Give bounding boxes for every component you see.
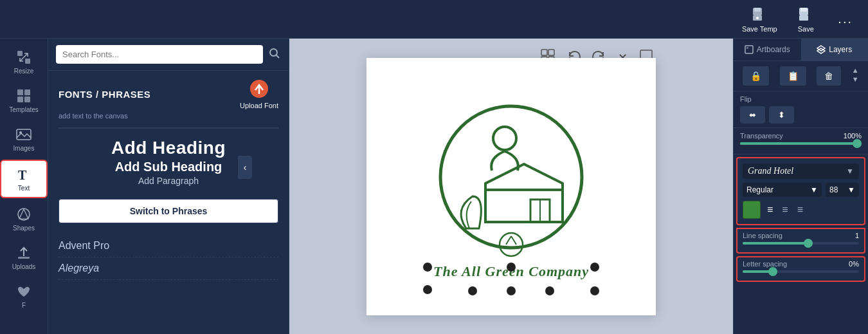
- font-list-item[interactable]: Alegreya: [59, 257, 278, 280]
- svg-rect-14: [17, 129, 31, 140]
- upload-font-button[interactable]: Upload Font: [240, 79, 278, 109]
- delete-button[interactable]: 🗑: [817, 66, 841, 86]
- sidebar-item-favorites[interactable]: F: [0, 278, 48, 314]
- canvas-area: ✕: [289, 39, 733, 334]
- transparency-section: Transparency 100%: [734, 128, 868, 154]
- add-paragraph-button[interactable]: Add Paragraph: [138, 176, 199, 186]
- svg-rect-5: [800, 8, 807, 12]
- sidebar-item-resize[interactable]: Resize: [0, 44, 48, 80]
- more-options-button[interactable]: ...: [833, 12, 858, 26]
- line-spacing-section: Line spacing 1: [736, 228, 865, 254]
- transparency-slider[interactable]: [740, 142, 862, 145]
- font-list: Advent Pro Alegreya: [48, 230, 289, 334]
- main-area: Resize Templates Images T: [0, 39, 868, 334]
- canvas-wrapper[interactable]: The All Green Company: [366, 58, 656, 315]
- upload-icon: [249, 79, 269, 99]
- font-search-row: [48, 39, 289, 71]
- flip-section: Flip ⬌ ⬍: [734, 91, 868, 128]
- save-icon: [797, 5, 815, 23]
- letter-spacing-section: Letter spacing 0%: [736, 256, 865, 282]
- svg-rect-7: [17, 51, 23, 56]
- font-style-row: Regular ▼ 88 ▼: [743, 183, 859, 197]
- svg-marker-18: [19, 209, 28, 219]
- sidebar-item-uploads[interactable]: Uploads: [0, 239, 48, 275]
- sidebar-item-images[interactable]: Images: [0, 121, 48, 157]
- font-size-select[interactable]: 88 ▼: [826, 183, 859, 197]
- tab-artboards[interactable]: Artboards: [734, 39, 801, 60]
- svg-rect-45: [746, 47, 748, 49]
- svg-text:T: T: [18, 168, 27, 182]
- svg-rect-6: [799, 15, 808, 21]
- sidebar-item-shapes[interactable]: Shapes: [0, 201, 48, 237]
- icon-sidebar: Resize Templates Images T: [0, 39, 48, 334]
- svg-rect-32: [485, 190, 563, 222]
- font-panel: FONTS / PHRASES Upload Font add text to …: [48, 39, 289, 334]
- favorites-icon: [15, 283, 32, 300]
- color-align-row: ≡ ≡ ≡: [743, 201, 859, 219]
- right-panel-tabs: Artboards Layers: [734, 39, 868, 61]
- move-down-button[interactable]: ▼: [852, 75, 859, 83]
- align-left-button[interactable]: ≡: [764, 203, 775, 217]
- font-dropdown-arrow[interactable]: ▼: [846, 167, 854, 176]
- svg-rect-20: [18, 257, 30, 259]
- svg-rect-8: [25, 59, 30, 64]
- logo-svg: [428, 93, 595, 280]
- add-subheading-button[interactable]: Add Sub Heading: [115, 160, 222, 174]
- switch-to-phrases-button[interactable]: Switch to Phrases: [59, 199, 278, 223]
- tab-layers[interactable]: Layers: [801, 39, 869, 60]
- resize-icon: [15, 49, 32, 66]
- flip-horizontal-button[interactable]: ⬌: [740, 106, 765, 124]
- color-swatch[interactable]: [743, 201, 761, 219]
- text-options: Add Heading Add Sub Heading Add Paragrap…: [48, 131, 289, 192]
- svg-point-43: [590, 286, 599, 295]
- size-dropdown-arrow: ▼: [847, 185, 855, 194]
- canvas-logo: The All Green Company: [366, 58, 656, 315]
- panel-collapse-button[interactable]: ‹: [238, 156, 252, 179]
- save-button[interactable]: Save: [786, 5, 825, 33]
- svg-rect-10: [17, 89, 23, 95]
- add-heading-button[interactable]: Add Heading: [111, 138, 226, 158]
- font-style-select[interactable]: Regular ▼: [743, 183, 822, 197]
- align-center-button[interactable]: ≡: [779, 203, 790, 217]
- svg-point-39: [423, 285, 432, 294]
- lock-button[interactable]: 🔒: [743, 66, 769, 86]
- letter-spacing-slider[interactable]: [743, 270, 859, 273]
- svg-rect-25: [541, 50, 547, 55]
- sidebar-item-templates[interactable]: Templates: [0, 82, 48, 118]
- move-up-button[interactable]: ▲: [852, 66, 859, 74]
- selected-text-container[interactable]: The All Green Company: [433, 261, 589, 280]
- line-spacing-row: Line spacing 1: [743, 232, 859, 239]
- save-temp-button[interactable]: Save Temp: [740, 5, 779, 33]
- svg-rect-13: [24, 97, 30, 102]
- save-temp-icon: [750, 5, 768, 23]
- font-name-row[interactable]: Grand Hotel ▼: [743, 163, 859, 179]
- svg-point-37: [507, 263, 516, 272]
- svg-point-42: [545, 286, 554, 295]
- templates-icon: [15, 88, 32, 104]
- svg-point-36: [423, 263, 432, 272]
- svg-line-22: [276, 55, 280, 58]
- font-selector-section: Grand Hotel ▼ Regular ▼ 88 ▼ ≡ ≡ ≡: [736, 157, 865, 225]
- search-input[interactable]: [56, 45, 263, 64]
- flip-vertical-button[interactable]: ⬍: [769, 106, 794, 124]
- svg-rect-1: [754, 8, 761, 12]
- svg-point-40: [468, 286, 477, 295]
- layers-tab-icon: [817, 45, 826, 54]
- search-icon[interactable]: [268, 47, 281, 62]
- artboards-tab-icon: [745, 45, 754, 54]
- line-spacing-slider[interactable]: [743, 242, 859, 245]
- sidebar-item-text[interactable]: T Text: [0, 160, 48, 198]
- copy-button[interactable]: 📋: [780, 66, 806, 86]
- svg-rect-44: [745, 46, 753, 53]
- font-panel-title: FONTS / PHRASES: [59, 89, 150, 100]
- up-down-arrows: ▲ ▼: [852, 66, 859, 86]
- right-panel: Artboards Layers 🔒 📋 🗑 ▲ ▼ Flip: [733, 39, 868, 334]
- font-divider: [59, 127, 278, 129]
- font-list-item[interactable]: Advent Pro: [59, 235, 278, 257]
- text-icon: T: [15, 166, 32, 183]
- selection-handles-svg: [421, 261, 601, 296]
- right-panel-actions: 🔒 📋 🗑 ▲ ▼: [734, 61, 868, 91]
- transparency-row: Transparency 100%: [740, 132, 862, 140]
- align-right-button[interactable]: ≡: [795, 203, 806, 217]
- svg-rect-26: [548, 50, 554, 55]
